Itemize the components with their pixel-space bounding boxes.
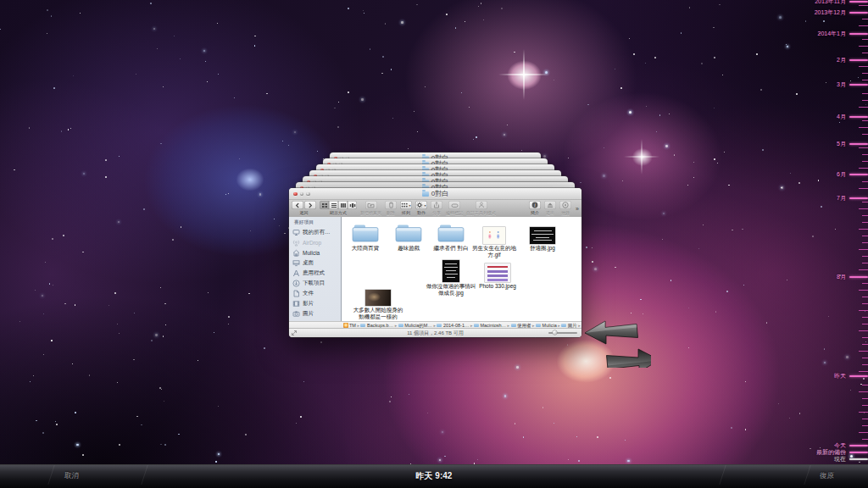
toolbar-item-label: 排列 [402,210,410,215]
sidebar-item-label: 下載項目 [303,280,325,287]
finder-sidebar: 喜好項目 我的所有…AirDropMulicia桌面應用程式下載項目文件影片圖片 [289,217,342,321]
toolbar-item-new-folder: 新增檔案夾 [360,201,381,215]
image-thumbnail [483,227,505,244]
folder-icon [398,324,403,328]
toolbar-item-label: 燒錄 [561,210,570,215]
column-view-button[interactable] [338,201,348,209]
sidebar-header: 喜好項目 [294,219,341,225]
sidebar-item-label: Mulicia [303,250,320,256]
image-thumbnail [485,263,510,282]
applications-icon [292,269,300,277]
folder-icon [350,221,381,244]
tags-button [448,201,460,209]
file-item[interactable]: 做你沒做過的事情叫做成長.jpg [426,257,476,296]
file-item[interactable]: 男生女生在意的地方.gif [469,219,520,258]
sidebar-item-fav4[interactable]: 應用程式 [292,268,341,278]
back-button[interactable] [292,201,303,209]
forward-in-time-arrow[interactable] [607,349,652,368]
toolbar-item-label: 顯示方式 [330,210,347,215]
pictures-icon [292,310,300,318]
toolbar-item-action[interactable]: ▾動作 [415,201,427,215]
file-item[interactable]: 舒適圈.jpg [517,219,568,252]
list-view-button[interactable] [329,201,338,209]
toolbar-item-back[interactable]: 返回 [292,201,316,215]
minimize-button [300,192,304,197]
toolbar-item-arrange[interactable]: ▾排列 [400,201,412,215]
arrange-button[interactable]: ▾ [400,201,412,209]
file-icon-grid: 大陸商百貨趣味遊戲繼承者們 對白男生女生在意的地方.gif舒適圈.jpg做你沒做… [342,217,581,321]
sidebar-item-Mulicia[interactable]: Mulicia [292,247,341,258]
delete-button [385,201,397,209]
file-item[interactable]: 大多數人開始瘦身的動機都是一樣的 [353,289,403,319]
dropdown-caret-icon: ▾ [424,203,426,208]
info-button[interactable]: i [529,201,541,209]
file-name: 做你沒做過的事情叫做成長.jpg [426,283,476,296]
toolbar-overflow-chevron[interactable]: » [576,206,579,212]
file-item[interactable]: Photo 330.jpeg [472,257,523,290]
image-thumbnail [442,260,459,282]
back-in-time-arrow[interactable] [585,321,638,344]
toolbar-item-label: 刪除 [387,210,395,215]
sidebar-item-fav0[interactable]: 我的所有… [292,227,341,237]
close-button[interactable] [293,192,298,197]
toolbar-item-label: 退出 [546,210,554,215]
movies-icon [292,300,300,308]
time-machine-disk-icon [343,323,348,328]
sidebar-item-fav5[interactable]: 下載項目 [292,278,341,288]
toolbar-style-button [476,201,487,209]
folder-icon [360,324,365,328]
sidebar-item-fav7[interactable]: 影片 [292,298,341,308]
toolbar-item-view[interactable]: 顯示方式 [320,201,357,215]
zoom-button [306,192,310,197]
sidebar-item-label: 圖片 [303,310,314,318]
restore-button[interactable]: 復原 [819,471,834,481]
folder-icon [474,324,479,328]
window-titlebar[interactable]: 0對白 [289,188,581,200]
airdrop-icon [292,239,300,247]
sidebar-item-label: AirDrop [303,240,321,246]
sidebar-item-fav6[interactable]: 文件 [292,288,341,298]
folder-icon [536,324,541,328]
folder-icon [393,221,424,244]
toolbar-item-eject: 退出 [544,201,556,215]
toolbar-item-share: 分享 [431,201,442,215]
time-machine-desktop: 2013年11月2013年12月2014年1月2月3月4月5月6月7月8月昨天今… [0,0,868,488]
home-icon [292,249,300,257]
dropdown-caret-icon: ▾ [409,203,410,208]
folder-icon [511,324,516,328]
toolbar-item-label: 動作 [417,210,426,215]
slider-knob[interactable] [553,330,557,335]
sidebar-item-label: 影片 [303,300,314,308]
sidebar-item-fav3[interactable]: 桌面 [292,258,341,268]
toolbar-item-info[interactable]: i簡介 [529,201,541,215]
sidebar-item-label: 應用程式 [303,269,325,277]
toolbar-item-label: 分享 [432,210,441,215]
coverflow-view-button[interactable] [348,201,357,209]
sidebar-item-AirDrop[interactable]: AirDrop [292,237,341,247]
status-bar: 11 個項目，2.46 TB 可用 [289,328,581,337]
folder-icon [437,324,442,328]
snapshot-timestamp: 昨天 9:42 [0,470,868,482]
sidebar-item-label: 桌面 [303,259,314,267]
documents-icon [292,290,300,297]
image-thumbnail [365,290,391,306]
file-name: 大多數人開始瘦身的動機都是一樣的 [353,307,403,319]
resize-grip-icon[interactable] [292,330,297,336]
file-name: 舒適圈.jpg [517,245,568,252]
file-name: Photo 330.jpeg [472,283,523,290]
burn-button [559,201,571,209]
new-folder-button [365,201,377,209]
icon-size-slider[interactable] [548,332,577,335]
desktop-icon [292,259,300,267]
forward-button[interactable] [304,201,316,209]
toolbar-item-label: 返回 [300,210,309,215]
share-button [431,201,442,209]
item-count-text: 11 個項目，2.46 TB 可用 [407,330,464,337]
icon-view-button[interactable] [320,201,329,209]
time-machine-bottom-bar: 取消 昨天 9:42 復原 [0,464,868,488]
toolbar-item-delete: 刪除 [385,201,397,215]
sidebar-item-fav8[interactable]: 圖片 [292,308,341,319]
toolbar-item-label: 新增檔案夾 [360,210,381,215]
action-button[interactable]: ▾ [415,201,427,209]
downloads-icon [292,280,300,287]
